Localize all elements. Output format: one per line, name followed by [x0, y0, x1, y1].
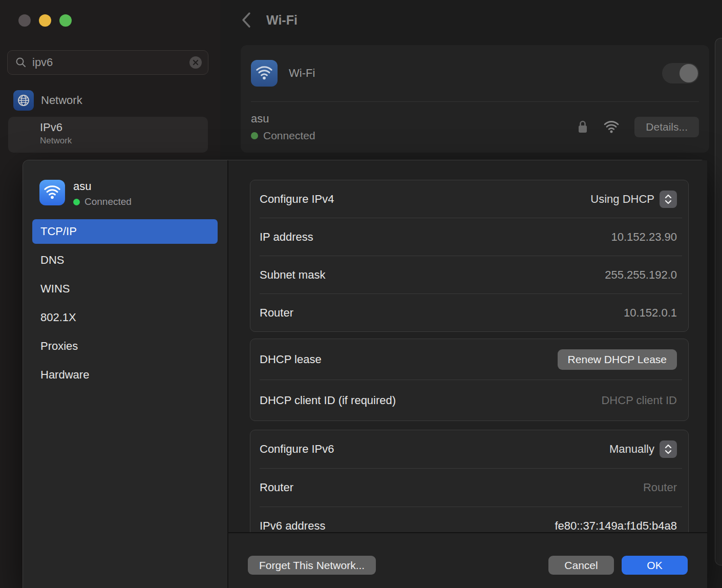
dialog-sidebar: asu Connected TCP/IP DNS WINS 802.1X Pro…	[23, 160, 227, 588]
result-subtitle: Network	[40, 136, 208, 146]
wifi-row-label: Wi-Fi	[289, 67, 662, 80]
stepper-icon	[660, 191, 677, 208]
configure-ipv6-label: Configure IPv6	[260, 443, 609, 456]
ip-address-row: IP address 10.152.23.90	[250, 218, 688, 256]
menu-item-wins[interactable]: WINS	[32, 277, 218, 301]
dhcp-lease-label: DHCP lease	[260, 353, 558, 366]
dhcp-client-id-input[interactable]	[508, 394, 677, 407]
details-button[interactable]: Details...	[634, 117, 699, 137]
ipv6-router-row: Router	[250, 469, 688, 507]
stepper-icon	[660, 440, 677, 458]
subnet-mask-row: Subnet mask 255.255.192.0	[250, 256, 688, 293]
ipv6-router-label: Router	[260, 481, 508, 494]
cancel-button[interactable]: Cancel	[548, 556, 614, 575]
zoom-window-button[interactable]	[59, 14, 72, 27]
traffic-lights	[18, 14, 72, 27]
dialog-wifi-app-icon	[39, 180, 65, 205]
wifi-toggle[interactable]	[662, 63, 699, 83]
connected-network-row: asu Connected	[251, 101, 699, 153]
dhcp-client-id-row: DHCP client ID (if required)	[250, 380, 688, 421]
wifi-waves-icon	[255, 64, 273, 82]
forget-this-network-button[interactable]: Forget This Network...	[248, 556, 376, 575]
minimize-window-button[interactable]	[39, 14, 51, 27]
lock-icon	[577, 119, 588, 135]
menu-item-proxies[interactable]: Proxies	[32, 334, 218, 359]
search-result-group-network: Network	[13, 90, 82, 111]
clear-search-icon[interactable]	[189, 56, 202, 69]
router-label: Router	[260, 306, 624, 320]
dialog-footer: Forget This Network... Cancel OK	[228, 532, 707, 588]
dialog-network-header: asu Connected	[39, 180, 132, 207]
wifi-toggle-row: Wi-Fi	[251, 45, 699, 101]
router-value: 10.152.0.1	[624, 306, 677, 320]
search-icon	[15, 56, 27, 69]
menu-item-hardware[interactable]: Hardware	[32, 363, 218, 387]
menu-item-tcpip[interactable]: TCP/IP	[32, 219, 218, 244]
network-app-icon	[13, 90, 34, 111]
network-details-dialog: asu Connected TCP/IP DNS WINS 802.1X Pro…	[23, 160, 707, 588]
menu-item-8021x[interactable]: 802.1X	[32, 305, 218, 330]
menu-item-dns[interactable]: DNS	[32, 248, 218, 272]
ipv6-group: Configure IPv6 Manually Router	[250, 430, 689, 532]
ipv6-router-input[interactable]	[508, 481, 677, 494]
back-chevron-icon[interactable]	[241, 11, 252, 29]
connected-status-text: Connected	[263, 130, 315, 142]
wifi-card: Wi-Fi asu Connected	[241, 45, 709, 153]
dialog-network-name: asu	[73, 180, 132, 193]
dialog-menu: TCP/IP DNS WINS 802.1X Proxies Hardware	[32, 219, 218, 391]
main-header: Wi-Fi	[241, 11, 298, 29]
signal-strength-icon	[603, 120, 620, 134]
dhcp-lease-row: DHCP lease Renew DHCP Lease	[250, 339, 688, 380]
wifi-waves-icon	[43, 183, 61, 202]
ip-address-label: IP address	[260, 230, 611, 244]
ipv4-group: Configure IPv4 Using DHCP IP address	[250, 180, 689, 332]
configure-ipv4-row: Configure IPv4 Using DHCP	[250, 180, 688, 218]
configure-ipv6-row: Configure IPv6 Manually	[250, 430, 688, 468]
page-title: Wi-Fi	[266, 13, 298, 28]
configure-ipv4-label: Configure IPv4	[260, 193, 590, 206]
ipv6-address-value[interactable]: fe80::37:149a:f1d5:b4a8	[555, 519, 677, 532]
screen: Network IPv6 Network Wi-Fi	[0, 0, 722, 588]
renew-dhcp-lease-button[interactable]: Renew DHCP Lease	[558, 349, 677, 370]
subnet-mask-value: 255.255.192.0	[605, 268, 677, 282]
configure-ipv4-value: Using DHCP	[590, 193, 654, 206]
configure-ipv4-popup[interactable]: Using DHCP	[590, 191, 677, 208]
ip-address-value: 10.152.23.90	[611, 230, 677, 244]
wifi-toggle-knob	[679, 64, 698, 82]
search-result-ipv6[interactable]: IPv6 Network	[8, 117, 208, 153]
result-title: IPv6	[40, 121, 208, 134]
connected-status-dot	[251, 132, 258, 139]
dialog-status-text: Connected	[84, 196, 132, 207]
router-row: Router 10.152.0.1	[250, 294, 688, 331]
ipv6-address-row: IPv6 address fe80::37:149a:f1d5:b4a8	[250, 507, 688, 532]
dialog-content: Configure IPv4 Using DHCP IP address	[228, 160, 707, 532]
ipv6-address-label: IPv6 address	[260, 519, 555, 532]
result-group-label: Network	[41, 94, 82, 107]
wifi-app-icon	[251, 60, 278, 87]
ok-button[interactable]: OK	[622, 556, 688, 575]
dialog-status-dot	[73, 199, 80, 205]
search-field[interactable]	[7, 50, 208, 75]
search-input[interactable]	[32, 56, 189, 69]
subnet-mask-label: Subnet mask	[260, 268, 605, 282]
globe-icon	[16, 93, 31, 108]
configure-ipv6-popup[interactable]: Manually	[609, 440, 677, 458]
dhcp-client-id-label: DHCP client ID (if required)	[260, 394, 508, 407]
close-window-button[interactable]	[18, 14, 31, 27]
background-card-edge	[715, 38, 722, 565]
configure-ipv6-value: Manually	[609, 443, 654, 456]
dhcp-group: DHCP lease Renew DHCP Lease DHCP client …	[250, 339, 689, 421]
network-name: asu	[251, 112, 577, 125]
